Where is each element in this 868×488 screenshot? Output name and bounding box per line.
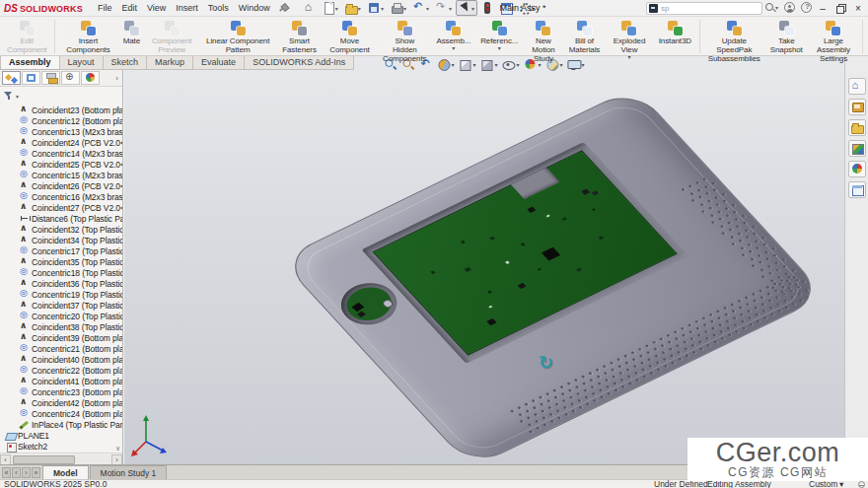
- pcb-board[interactable]: [373, 150, 678, 355]
- tree-item[interactable]: Concentric24 (Bottom plast: [0, 408, 122, 419]
- tab-markup[interactable]: Markup: [146, 56, 193, 70]
- tree-scroll-down[interactable]: ∨: [115, 445, 120, 453]
- print-button[interactable]: ▾: [388, 0, 409, 16]
- view-palette-button[interactable]: [848, 140, 866, 157]
- search-scope-icon[interactable]: [649, 4, 658, 13]
- dropdown-arrow-icon[interactable]: ▾: [426, 5, 429, 12]
- save-button[interactable]: ▾: [365, 0, 387, 16]
- restore-button[interactable]: [832, 0, 848, 16]
- tree-item[interactable]: Coincident27 (PCB V2.0<1>: [0, 202, 122, 213]
- menu-window[interactable]: Window: [234, 2, 275, 14]
- user-account-button[interactable]: [784, 2, 795, 13]
- search-input[interactable]: sp: [661, 4, 669, 13]
- menu-tools[interactable]: Tools: [203, 2, 234, 14]
- dropdown-arrow-icon[interactable]: ▾: [472, 61, 475, 68]
- tab-motion-study-1[interactable]: Motion Study 1: [90, 465, 168, 479]
- instant3d-button[interactable]: Instant3D: [654, 18, 696, 55]
- tab-layout[interactable]: Layout: [59, 56, 104, 70]
- design-library-button[interactable]: [848, 99, 866, 115]
- tree-item[interactable]: Coincident35 (Top Plastic P: [0, 256, 122, 267]
- tree-item[interactable]: Coincident39 (Bottom plast: [0, 332, 122, 343]
- tab-solidworks-add-ins[interactable]: SOLIDWORKS Add-Ins: [244, 56, 354, 70]
- featuremanager-design-tree-tab[interactable]: [2, 71, 21, 85]
- tree-item[interactable]: Coincident23 (Bottom plast: [0, 105, 122, 115]
- appearances-scenes-button[interactable]: [848, 161, 866, 177]
- help-button[interactable]: [801, 2, 812, 13]
- reference-geometry-button[interactable]: Referenc...▾: [475, 18, 523, 55]
- tab-evaluate[interactable]: Evaluate: [192, 56, 245, 70]
- menu-view[interactable]: View: [142, 2, 171, 14]
- menu-file[interactable]: File: [93, 2, 117, 14]
- panel-expand-icon[interactable]: ›: [115, 74, 120, 83]
- dropdown-arrow-icon[interactable]: ▾: [582, 61, 585, 68]
- tab-model[interactable]: Model: [42, 465, 89, 479]
- mate-button[interactable]: Mate: [118, 18, 145, 55]
- dropdown-arrow-icon[interactable]: ▾: [494, 61, 497, 68]
- web-help-icon[interactable]: [858, 481, 865, 488]
- select-button[interactable]: ▾: [456, 0, 477, 16]
- tree-item[interactable]: Coincident42 (Bottom plast: [0, 397, 122, 408]
- dropdown-arrow-icon[interactable]: ▾: [627, 54, 630, 60]
- linear-component-pattern-button[interactable]: Linear Component Pattern▾: [198, 18, 277, 55]
- redo-button[interactable]: ▾: [433, 0, 455, 16]
- tree-item[interactable]: Concentric19 (Top Plastic P.: [0, 289, 122, 300]
- bill-of-materials-button[interactable]: Bill of Materials: [564, 18, 606, 55]
- tab-assembly[interactable]: Assembly: [0, 56, 60, 70]
- tree-item[interactable]: Concentric14 (M2x3 brass ir: [0, 148, 122, 159]
- tree-item[interactable]: InPlace4 (Top Plastic Part<2: [0, 419, 122, 430]
- view-settings-button[interactable]: ▾: [567, 57, 586, 72]
- dimxpertmanager-tab[interactable]: [61, 71, 80, 85]
- tree-item[interactable]: Concentric18 (Top Plastic P.: [0, 267, 122, 278]
- dropdown-arrow-icon[interactable]: ▾: [452, 45, 455, 51]
- tree-item[interactable]: PLANE1: [0, 430, 122, 441]
- solidworks-resources-button[interactable]: [848, 78, 866, 95]
- scroll-left-icon[interactable]: ‹: [0, 454, 11, 465]
- search-commands-box[interactable]: sp: [646, 2, 762, 15]
- tree-item[interactable]: Coincident41 (Bottom plast: [0, 376, 122, 386]
- scroll-right-icon[interactable]: ›: [111, 454, 122, 465]
- tree-item[interactable]: Coincident36 (Top Plastic P: [0, 278, 122, 289]
- configurationmanager-tab[interactable]: [41, 71, 60, 85]
- tree-item[interactable]: Coincident24 (PCB V2.0<1>: [0, 137, 122, 148]
- dropdown-arrow-icon[interactable]: ▾: [498, 45, 501, 51]
- large-assembly-settings-button[interactable]: Large Assembly Settings: [808, 18, 859, 55]
- custom-properties-button[interactable]: [848, 181, 866, 198]
- tree-item[interactable]: Concentric15 (M2x3 brass ir: [0, 170, 122, 180]
- tree-item[interactable]: Coincident40 (Bottom plast: [0, 354, 122, 365]
- tab-nav-2[interactable]: ›: [22, 467, 31, 478]
- dropdown-arrow-icon[interactable]: ▾: [471, 5, 474, 12]
- hide-show-items-button[interactable]: ▾: [501, 57, 520, 72]
- tree-item[interactable]: Coincident32 (Top Plastic P: [0, 224, 122, 235]
- tree-item[interactable]: Concentric22 (Bottom plast: [0, 365, 122, 376]
- smart-fasteners-button[interactable]: Smart Fasteners: [277, 18, 322, 55]
- take-snapshot-button[interactable]: Take Snapshot: [765, 18, 808, 55]
- tab-sketch[interactable]: Sketch: [103, 56, 148, 70]
- scrollbar-thumb[interactable]: [13, 455, 75, 464]
- rebuild-button[interactable]: [478, 0, 496, 16]
- pin-menu-icon[interactable]: [277, 3, 287, 13]
- close-button[interactable]: ×: [850, 0, 866, 16]
- tree-item[interactable]: Coincident38 (Top Plastic P: [0, 321, 122, 332]
- menu-edit[interactable]: Edit: [116, 2, 142, 14]
- tree-item[interactable]: Coincident34 (Top Plastic P: [0, 235, 122, 245]
- dropdown-arrow-icon[interactable]: ▾: [560, 61, 563, 68]
- tree-item[interactable]: Coincident25 (PCB V2.0<1>: [0, 159, 122, 170]
- dropdown-arrow-icon[interactable]: ▾: [381, 5, 384, 12]
- show-hidden-components-button[interactable]: Show Hidden Components: [378, 18, 431, 55]
- file-explorer-button[interactable]: [848, 119, 866, 136]
- new-document-button[interactable]: ▾: [320, 0, 341, 16]
- dropdown-arrow-icon[interactable]: ▾: [516, 61, 519, 68]
- displaymanager-tab[interactable]: [81, 71, 100, 85]
- menu-insert[interactable]: Insert: [171, 2, 203, 14]
- assembly-model[interactable]: [279, 87, 827, 465]
- view-orientation-button[interactable]: ▾: [458, 57, 476, 72]
- units-selector[interactable]: Custom: [809, 480, 837, 488]
- dropdown-arrow-icon[interactable]: ▾: [335, 5, 338, 12]
- search-go-button[interactable]: ▾: [764, 2, 778, 13]
- tree-filter[interactable]: ▾: [0, 87, 122, 105]
- pcb-recess[interactable]: [362, 142, 688, 364]
- dropdown-arrow-icon[interactable]: ▾: [451, 61, 454, 68]
- assembly-features-button[interactable]: Assemb...▾: [431, 18, 475, 55]
- dropdown-arrow-icon[interactable]: ▾: [403, 5, 406, 12]
- tree-item[interactable]: Concentric13 (M2x3 brass ir: [0, 126, 122, 137]
